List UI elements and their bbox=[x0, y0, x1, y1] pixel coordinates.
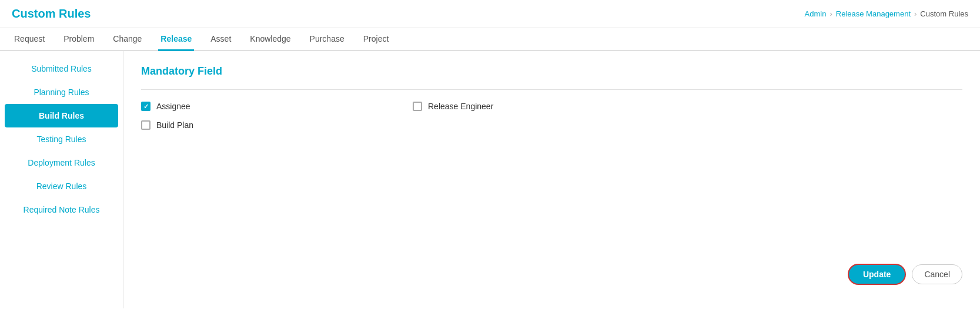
main-layout: Submitted Rules Planning Rules Build Rul… bbox=[0, 51, 980, 308]
label-build-plan: Build Plan bbox=[156, 120, 193, 130]
tab-release[interactable]: Release bbox=[158, 28, 194, 51]
label-release-engineer: Release Engineer bbox=[428, 102, 493, 111]
breadcrumb-sep2: › bbox=[914, 9, 917, 18]
top-header: Custom Rules Admin › Release Management … bbox=[0, 0, 980, 28]
sidebar-item-review[interactable]: Review Rules bbox=[0, 174, 123, 198]
sidebar: Submitted Rules Planning Rules Build Rul… bbox=[0, 51, 123, 308]
tab-request[interactable]: Request bbox=[12, 28, 47, 51]
breadcrumb-admin[interactable]: Admin bbox=[805, 9, 827, 18]
section-divider bbox=[141, 89, 962, 90]
sidebar-item-planning[interactable]: Planning Rules bbox=[0, 80, 123, 104]
update-button[interactable]: Update bbox=[848, 264, 906, 285]
section-title: Mandatory Field bbox=[141, 65, 962, 78]
tab-change[interactable]: Change bbox=[111, 28, 144, 51]
app-title: Custom Rules bbox=[12, 7, 91, 21]
fields-grid: Assignee Release Engineer Build Plan bbox=[141, 102, 670, 130]
tab-purchase[interactable]: Purchase bbox=[307, 28, 347, 51]
field-build-plan: Build Plan bbox=[141, 120, 399, 130]
label-assignee: Assignee bbox=[156, 102, 190, 111]
tab-problem[interactable]: Problem bbox=[61, 28, 96, 51]
sidebar-item-required-note[interactable]: Required Note Rules bbox=[0, 198, 123, 221]
tab-project[interactable]: Project bbox=[361, 28, 392, 51]
sidebar-item-testing[interactable]: Testing Rules bbox=[0, 127, 123, 151]
cancel-button[interactable]: Cancel bbox=[912, 264, 962, 284]
field-release-engineer: Release Engineer bbox=[413, 102, 670, 111]
sidebar-item-build[interactable]: Build Rules bbox=[5, 104, 118, 127]
tab-knowledge[interactable]: Knowledge bbox=[247, 28, 293, 51]
checkbox-assignee[interactable] bbox=[141, 102, 150, 111]
checkbox-release-engineer[interactable] bbox=[413, 102, 422, 111]
action-buttons: Update Cancel bbox=[848, 264, 962, 285]
nav-tabs: Request Problem Change Release Asset Kno… bbox=[0, 28, 980, 51]
breadcrumb: Admin › Release Management › Custom Rule… bbox=[805, 9, 968, 18]
breadcrumb-release-management[interactable]: Release Management bbox=[836, 9, 911, 18]
breadcrumb-sep1: › bbox=[830, 9, 832, 18]
sidebar-item-submitted[interactable]: Submitted Rules bbox=[0, 57, 123, 80]
sidebar-item-deployment[interactable]: Deployment Rules bbox=[0, 151, 123, 174]
checkbox-build-plan[interactable] bbox=[141, 120, 150, 130]
tab-asset[interactable]: Asset bbox=[208, 28, 233, 51]
breadcrumb-current: Custom Rules bbox=[920, 9, 968, 18]
content-area: Mandatory Field Assignee Release Enginee… bbox=[123, 51, 980, 308]
field-assignee: Assignee bbox=[141, 102, 399, 111]
